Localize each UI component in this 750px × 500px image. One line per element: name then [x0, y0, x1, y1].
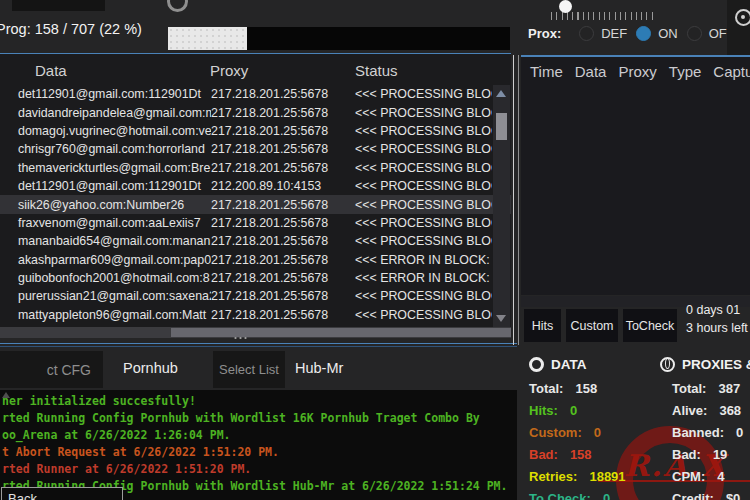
column-header-data[interactable]: Data	[35, 62, 67, 79]
hscrollbar-thumb[interactable]	[171, 328, 511, 337]
select-list-button[interactable]: Select List	[213, 351, 285, 388]
table-row[interactable]: akashparmar609@gmail.com:pap00217.218.20…	[0, 251, 511, 269]
progress-value: 158 / 707 (22 %)	[35, 21, 142, 37]
column-header-type[interactable]: Type	[669, 63, 702, 80]
splitter-handle[interactable]	[233, 336, 249, 340]
stat-value: 0	[594, 425, 601, 440]
table-row[interactable]: purerussian21@gmail.com:saxena2217.218.2…	[0, 287, 511, 305]
scrollbar-thumb[interactable]	[496, 113, 507, 140]
prox-radio-on[interactable]: ON	[636, 26, 678, 41]
cell-status: <<< PROCESSING BLOCK	[355, 308, 492, 322]
cell-data: det112901@gmail.com:112901Dt	[0, 87, 211, 101]
cell-status: <<< PROCESSING BLOCK	[355, 234, 492, 248]
cell-status: <<< PROCESSING BLOCK	[355, 106, 492, 120]
log-scroll-up-icon[interactable]	[2, 392, 10, 398]
proxy-mode-group: Prox: DEFONOFF	[528, 26, 744, 41]
stat-value: 368	[719, 403, 741, 418]
panel-splitter-shadow	[518, 55, 519, 345]
table-row[interactable]: davidandreipandelea@gmail.com:ma217.218.…	[0, 103, 511, 121]
stat-label: Bad:	[529, 447, 558, 462]
tocheck-tab-button[interactable]: ToCheck	[623, 309, 677, 342]
column-header-proxy[interactable]: Proxy	[210, 62, 248, 79]
table-row[interactable]: mattyappleton96@gmail.com:Matt217.218.20…	[0, 306, 511, 324]
vertical-scrollbar[interactable]	[493, 85, 510, 327]
timer-elapsed: 0 days 01	[686, 302, 748, 320]
stat-row: Credit:$0	[672, 487, 743, 500]
splitter-line-2	[0, 346, 517, 347]
cell-proxy: 217.218.201.25:5678	[211, 308, 355, 322]
stat-row: Retries:18891	[529, 465, 626, 487]
cell-data: mattyappleton96@gmail.com:Matt	[0, 308, 211, 322]
hits-tab-button[interactable]: Hits	[524, 309, 561, 342]
spinner-icon	[167, 0, 188, 12]
stat-value: 4	[717, 469, 724, 484]
stat-label: Hits:	[529, 403, 558, 418]
stat-value: 19	[713, 447, 727, 462]
settings-icon[interactable]	[735, 9, 750, 26]
cell-data: fraxvenom@gmail.com:aaLexiis7	[0, 216, 211, 230]
radio-dot-icon[interactable]	[579, 26, 594, 41]
cell-data: guibobonfoch2001@hotmail.com:8	[0, 271, 211, 285]
panel-splitter[interactable]	[513, 55, 514, 345]
scroll-up-icon[interactable]	[496, 90, 506, 97]
log-line: rted Runner at 6/26/2022 1:51:20 PM.	[2, 461, 507, 478]
cell-proxy: 217.218.201.25:5678	[211, 216, 355, 230]
stat-row: Total:158	[529, 377, 626, 399]
table-row[interactable]: siik26@yahoo.com:Number26217.218.201.25:…	[0, 195, 511, 213]
radio-dot-icon[interactable]	[687, 26, 702, 41]
stat-value: 18891	[589, 469, 625, 484]
column-header-proxy[interactable]: Proxy	[618, 63, 656, 80]
stat-value: 387	[718, 381, 740, 396]
column-header-capture[interactable]: Capture	[713, 63, 750, 80]
side-toolbar	[727, 0, 750, 55]
cell-status: <<< PROCESSING BLOCK	[355, 198, 492, 212]
stat-label: Total:	[672, 381, 706, 396]
stat-value: 158	[570, 447, 592, 462]
table-row[interactable]: guibobonfoch2001@hotmail.com:8217.218.20…	[0, 269, 511, 287]
cell-data: akashparmar609@gmail.com:pap00	[0, 253, 211, 267]
cell-data: siik26@yahoo.com:Number26	[0, 198, 211, 212]
column-header-time[interactable]: Time	[530, 63, 563, 80]
table-row[interactable]: det112901@gmail.com:112901Dt212.200.89.1…	[0, 177, 511, 195]
table-row[interactable]: det112901@gmail.com:112901Dt217.218.201.…	[0, 85, 511, 103]
cell-proxy: 217.218.201.25:5678	[211, 289, 355, 303]
horizontal-scrollbar[interactable]	[0, 327, 511, 338]
stat-label: CPM:	[672, 469, 705, 484]
table-row[interactable]: fraxvenom@gmail.com:aaLexiis7217.218.201…	[0, 214, 511, 232]
table-row[interactable]: chrisgr760@gmail.com:horrorland217.218.2…	[0, 140, 511, 158]
runner-window: Prog: 158 / 707 (22 %) Prox: DEFONOFF Da…	[0, 0, 750, 500]
bots-slider[interactable]	[551, 0, 657, 22]
custom-tab-button[interactable]: Custom	[566, 309, 618, 342]
cell-data: det112901@gmail.com:112901Dt	[0, 179, 211, 193]
log-lines: ner initialized succesfully!rted Running…	[2, 393, 507, 495]
column-header-data[interactable]: Data	[575, 63, 607, 80]
slider-thumb-icon[interactable]	[559, 0, 572, 13]
prox-radio-def[interactable]: DEF	[579, 26, 627, 41]
proxies-stats-title: PROXIES &	[682, 357, 750, 372]
column-header-status[interactable]: Status	[355, 62, 398, 79]
cell-data: chrisgr760@gmail.com:horrorland	[0, 142, 211, 156]
stat-row: Banned:0	[672, 421, 743, 443]
cell-status: <<< PROCESSING BLOCK	[355, 124, 492, 138]
prox-radios: DEFONOFF	[579, 26, 744, 41]
hits-table-header: Time Data Proxy Type Capture	[530, 63, 750, 80]
cell-proxy: 217.218.201.25:5678	[211, 253, 355, 267]
stat-label: Bad:	[672, 447, 701, 462]
cell-proxy: 217.218.201.25:5678	[211, 198, 355, 212]
timer-remaining: 3 hours left	[686, 320, 748, 338]
table-row[interactable]: mananbaid654@gmail.com:manan217.218.201.…	[0, 232, 511, 250]
scroll-down-icon[interactable]	[496, 315, 506, 322]
cell-status: <<< PROCESSING BLOCK	[355, 289, 492, 303]
cell-status: <<< PROCESSING BLOCK	[355, 142, 492, 156]
stat-row: Total:387	[672, 377, 743, 399]
stat-row: To Check:0	[529, 487, 626, 500]
radio-dot-icon[interactable]	[636, 26, 651, 41]
cell-status: <<< ERROR IN BLOCK: R	[355, 271, 492, 285]
progress-label: Prog:	[0, 21, 31, 37]
select-config-button[interactable]: ct CFG	[0, 351, 103, 388]
list-name-label: Hub-Mr	[295, 360, 343, 376]
table-row[interactable]: domagoj.vugrinec@hotmail.com:ve217.218.2…	[0, 122, 511, 140]
back-button[interactable]: Back	[1, 487, 123, 500]
cell-data: domagoj.vugrinec@hotmail.com:ve	[0, 124, 211, 138]
table-row[interactable]: themaverickturtles@gmail.com:Bre217.218.…	[0, 159, 511, 177]
